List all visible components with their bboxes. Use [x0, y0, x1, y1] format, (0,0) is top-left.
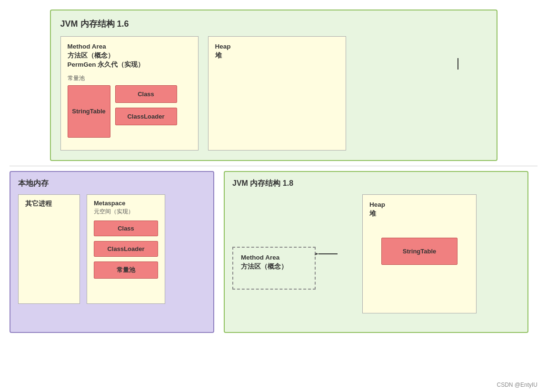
divider: [10, 166, 537, 166]
method-area-arrow-group: Method Area 方法区（概念）: [232, 218, 338, 290]
heap-title-18: Heap 堆: [369, 201, 385, 219]
bottom-section: 本地内存 其它进程 Metaspace 元空间（实现） Class ClassL…: [10, 171, 537, 333]
jvm16-diagram: JVM 内存结构 1.6 Method Area 方法区（概念） PermGen…: [50, 10, 497, 161]
jvm18-diagram: JVM 内存结构 1.8 Method Area 方法区（概念）: [224, 171, 528, 333]
native-title: 本地内存: [18, 179, 206, 189]
string-table-box: StringTable: [68, 85, 110, 138]
method-area-inner: StringTable Class ClassLoader: [68, 85, 191, 138]
changchi-label: 常量池: [68, 74, 191, 82]
heap-box-18: Heap 堆 StringTable: [362, 194, 477, 313]
method-area-title: Method Area 方法区（概念） PermGen 永久代（实现）: [68, 42, 191, 70]
right-boxes: Class ClassLoader: [115, 85, 177, 125]
jvm16-title: JVM 内存结构 1.6: [60, 18, 487, 30]
native-memory-box: 本地内存 其它进程 Metaspace 元空间（实现） Class ClassL…: [10, 171, 214, 333]
heap-title-16: Heap 堆: [215, 42, 339, 60]
meta-classloader-box: ClassLoader: [94, 241, 158, 257]
native-content: 其它进程 Metaspace 元空间（实现） Class ClassLoader…: [18, 194, 206, 304]
method-area-18-title: Method Area 方法区（概念）: [241, 253, 307, 271]
meta-changchi-box: 常量池: [94, 261, 158, 279]
other-process-label: 其它进程: [25, 200, 73, 209]
meta-class-box: Class: [94, 221, 158, 236]
classloader-box: ClassLoader: [115, 108, 177, 125]
main-container: JVM 内存结构 1.6 Method Area 方法区（概念） PermGen…: [0, 0, 547, 338]
method-area-box: Method Area 方法区（概念） PermGen 永久代（实现） 常量池 …: [60, 36, 199, 151]
heap-box-16: Heap 堆: [208, 36, 346, 151]
method-area-dashed-box: Method Area 方法区（概念）: [232, 247, 316, 290]
other-process-box: 其它进程: [18, 194, 80, 304]
jvm18-content: Method Area 方法区（概念）: [232, 194, 520, 313]
jvm18-title: JVM 内存结构 1.8: [232, 179, 520, 189]
metaspace-items: Class ClassLoader 常量池: [94, 221, 158, 279]
string-table-heap-box: StringTable: [381, 238, 457, 265]
arrow-svg: [315, 249, 338, 259]
jvm16-content: Method Area 方法区（概念） PermGen 永久代（实现） 常量池 …: [60, 36, 487, 151]
metaspace-subtitle: 元空间（实现）: [94, 208, 158, 216]
metaspace-title: Metaspace: [94, 200, 158, 207]
metaspace-box: Metaspace 元空间（实现） Class ClassLoader 常量池: [87, 194, 165, 304]
cursor: [457, 58, 458, 70]
class-box: Class: [115, 85, 177, 103]
footer: CSDN @EntyIU: [497, 382, 537, 388]
